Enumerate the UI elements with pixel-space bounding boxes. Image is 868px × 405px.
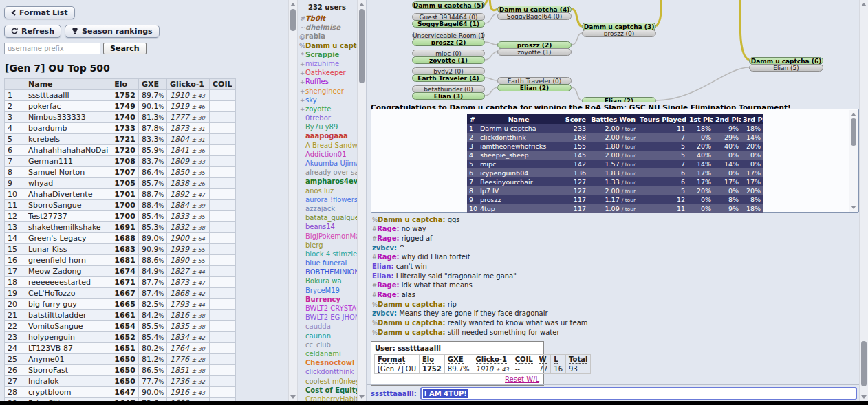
chat-username[interactable]: Elian: <box>372 272 394 280</box>
bracket-node[interactable]: SoggyBagel64 (0) <box>497 12 572 20</box>
userlist-user[interactable]: Akuumba Ujima <box>297 159 357 168</box>
chat-message-text: really wanted to know what was ur team <box>448 319 588 327</box>
chat-username[interactable]: Rage: <box>377 281 399 289</box>
userlist-user[interactable]: caudda <box>297 322 357 331</box>
results-scrollbar-thumb[interactable] <box>851 118 856 146</box>
userlist-user[interactable]: azzajack <box>297 204 357 213</box>
format-list-button[interactable]: Format List <box>4 6 75 19</box>
userlist-user[interactable]: aaapogaaa <box>297 131 357 140</box>
userlist-user[interactable]: caunnn <box>297 331 357 340</box>
ladder-scrollbar[interactable] <box>288 0 298 402</box>
bracket-node[interactable]: Elian (2) <box>497 84 572 91</box>
userlist-user[interactable]: BryceM19 <box>297 286 357 295</box>
reset-wl-link[interactable]: Reset W/L <box>374 374 541 384</box>
ladder-col-header[interactable]: Glicko-1 <box>167 78 210 89</box>
userlist-user[interactable]: anos luz <box>297 186 357 195</box>
scroll-up-icon[interactable] <box>861 3 867 6</box>
bracket-node[interactable]: zoyotte (1) <box>412 56 485 64</box>
userlist-user[interactable]: ampharos4ever <box>297 177 357 186</box>
bracket-node[interactable]: Elian (3) <box>412 92 485 100</box>
userlist-user[interactable]: #Tb0lt <box>297 14 357 23</box>
scroll-up-icon[interactable] <box>290 3 296 6</box>
chat-username[interactable]: Rage: <box>377 253 399 261</box>
chat-username[interactable]: Damm u captcha: <box>378 216 445 223</box>
ladder-elo: 1688 <box>111 232 139 243</box>
bracket-node[interactable]: Earth Traveler (4) <box>412 74 485 82</box>
room-scrollbar-thumb[interactable] <box>861 341 867 386</box>
chat-username[interactable]: Rage: <box>377 234 399 242</box>
chat-input[interactable]: I AM 4TUP! <box>420 387 857 400</box>
chat-username[interactable]: zvbcv: <box>372 244 397 252</box>
ladder-col-header[interactable]: GXE <box>138 78 166 89</box>
userlist-user[interactable]: cc_club_ <box>297 340 357 349</box>
chat-username[interactable]: zvbcv: <box>372 309 397 317</box>
userlist-user[interactable]: Addiction01 <box>297 150 357 159</box>
userlist-user[interactable]: Chesnoctowl <box>297 358 357 367</box>
userlist-user[interactable]: beans14 <box>297 222 357 231</box>
bracket-node[interactable]: Damm u captcha (5) <box>412 1 485 9</box>
chat-username[interactable]: Rage: <box>377 225 399 232</box>
userlist-user[interactable]: @rabia <box>297 32 357 41</box>
userlist-user[interactable]: By7u y89 <box>297 122 357 131</box>
ladder-row: 2 pokerfac 1749 90.1% 1919 ± 46 -- <box>5 100 236 111</box>
userlist-user[interactable]: *Scrappie <box>297 50 357 59</box>
userlist-user[interactable]: +Ruffles <box>297 77 357 86</box>
userlist-user[interactable]: 0trebor <box>297 113 357 122</box>
userlist-user[interactable]: aurora !flowers <box>297 195 357 204</box>
ladder-scrollbar-thumb[interactable] <box>290 9 296 31</box>
userlist-user[interactable]: blue funeral <box>297 259 357 267</box>
chat-username[interactable]: Rage: <box>377 291 399 298</box>
refresh-button[interactable]: Refresh <box>4 25 61 38</box>
chat-username[interactable]: Elian: <box>372 263 394 270</box>
userlist-user[interactable]: BigJPokemonMan_ <box>297 232 357 241</box>
scroll-down-icon[interactable] <box>861 395 867 399</box>
userlist-user[interactable]: batata_qualquer <box>297 213 357 222</box>
bracket-node[interactable]: SoggyBagel64 (1) <box>412 20 485 28</box>
scroll-up-icon[interactable] <box>359 3 365 6</box>
userlist-user[interactable]: already over sab <box>297 168 357 177</box>
bracket-node[interactable]: proszz (2) <box>412 39 485 46</box>
room-scrollbar[interactable] <box>859 0 868 402</box>
userlist-user[interactable]: BWLT2 CRYSTAL <box>297 304 357 313</box>
bracket-node[interactable]: Elian (2) <box>582 97 656 102</box>
userlist-user[interactable]: blerg <box>297 241 357 250</box>
userlist-user[interactable]: Bokura wa <box>297 276 357 285</box>
userlist-user[interactable]: +Oathkeeper <box>297 68 357 77</box>
chat-rank-symbol: % <box>372 320 378 327</box>
bracket-node[interactable]: zoyotte (1) <box>497 48 572 56</box>
userlist-user[interactable]: A Bread Sandwich <box>297 141 357 150</box>
bracket-node[interactable]: proszz (0) <box>582 30 656 37</box>
userlist-user[interactable]: BWLT2 EG JHONX <box>297 313 357 322</box>
userlist-user[interactable]: +mizuhime <box>297 59 357 68</box>
scroll-up-icon[interactable] <box>851 113 856 116</box>
bracket-node[interactable]: Elian (5) <box>749 64 823 72</box>
userlist-user[interactable]: Burrency <box>297 295 357 304</box>
chat-username[interactable]: Damm u captcha: <box>378 300 445 308</box>
ladder-col-header[interactable]: Elo <box>111 78 139 89</box>
userlist-scrollbar-thumb[interactable] <box>359 9 365 83</box>
userlist-user[interactable]: clickdontthink <box>297 367 357 376</box>
userlist-user[interactable]: Cost of Equity <box>297 386 357 395</box>
userlist-user[interactable]: BOBTHEMINION123 <box>297 267 357 276</box>
username-prefix-input[interactable] <box>4 43 100 54</box>
userlist-user[interactable]: +sky <box>297 96 357 105</box>
chat-username[interactable]: Damm u captcha: <box>378 319 445 327</box>
userlist-user[interactable]: +zoyotte <box>297 105 357 113</box>
ladder-col-header[interactable]: Name <box>25 78 111 89</box>
ladder-rank: 15 <box>5 243 25 254</box>
scroll-down-icon[interactable] <box>851 206 856 209</box>
scroll-down-icon[interactable] <box>359 395 365 399</box>
userlist-user[interactable]: ~dhelmise <box>297 23 357 32</box>
chat-username[interactable]: Damm u captcha: <box>378 329 445 336</box>
season-rankings-button[interactable]: Season rankings <box>65 25 160 38</box>
results-scrollbar[interactable] <box>849 110 858 212</box>
userlist-scrollbar[interactable] <box>357 0 367 402</box>
ladder-col-header[interactable]: COIL <box>210 78 236 89</box>
userlist-user[interactable]: +shengineer <box>297 87 357 96</box>
userlist-user[interactable]: coolest m0nkey <box>297 377 357 386</box>
userlist-user[interactable]: %Damm u captcha <box>297 41 357 50</box>
search-button[interactable]: Search <box>103 43 147 54</box>
scroll-down-icon[interactable] <box>290 395 296 399</box>
userlist-user[interactable]: block 4 stimzies <box>297 250 357 259</box>
userlist-user[interactable]: celdanami <box>297 349 357 358</box>
